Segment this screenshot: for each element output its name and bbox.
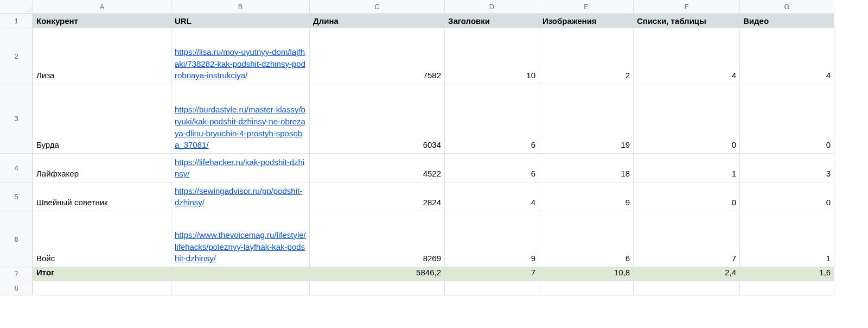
cell-G7[interactable]: 1,6 <box>740 267 834 281</box>
cell-C7[interactable]: 5846,2 <box>310 267 445 281</box>
cell-F7[interactable]: 2,4 <box>634 267 740 281</box>
spreadsheet-grid: A B C D E F G 1 Конкурент URL Длина Заго… <box>0 0 868 295</box>
cell-A7[interactable]: Итог <box>33 267 171 281</box>
cell-B2[interactable]: https://lisa.ru/moy-uyutnyy-dom/lajfhaki… <box>171 28 310 84</box>
cell-A6[interactable]: Войс <box>33 211 171 267</box>
row-header-1[interactable]: 1 <box>0 14 33 28</box>
link-r5[interactable]: https://sewingadvisor.ru/pp/podshit-dzhi… <box>175 185 306 209</box>
cell-D5[interactable]: 4 <box>445 182 539 211</box>
col-header-F[interactable]: F <box>634 0 740 14</box>
col-header-D[interactable]: D <box>445 0 539 14</box>
cell-G1[interactable]: Видео <box>740 14 834 28</box>
cell-D6[interactable]: 9 <box>445 211 539 267</box>
cell-D7[interactable]: 7 <box>445 267 539 281</box>
cell-G3[interactable]: 0 <box>740 84 834 154</box>
cell-D1[interactable]: Заголовки <box>445 14 539 28</box>
cell-F6[interactable]: 7 <box>634 211 740 267</box>
cell-A1[interactable]: Конкурент <box>33 14 171 28</box>
row-header-3[interactable]: 3 <box>0 84 33 154</box>
cell-G8[interactable] <box>740 281 834 295</box>
cell-C8[interactable] <box>310 281 445 295</box>
cell-B3[interactable]: https://burdastyle.ru/master-klassy/bryu… <box>171 84 310 154</box>
cell-G2[interactable]: 4 <box>740 28 834 84</box>
select-all-corner[interactable] <box>0 0 33 14</box>
row-header-4[interactable]: 4 <box>0 154 33 182</box>
col-header-C[interactable]: C <box>310 0 445 14</box>
row-header-2[interactable]: 2 <box>0 28 33 84</box>
cell-F3[interactable]: 0 <box>634 84 740 154</box>
cell-A8[interactable] <box>33 281 171 295</box>
cell-A4[interactable]: Лайфхакер <box>33 154 171 182</box>
cell-F5[interactable]: 0 <box>634 182 740 211</box>
cell-D8[interactable] <box>445 281 539 295</box>
row-header-7[interactable]: 7 <box>0 267 33 281</box>
cell-B6[interactable]: https://www.thevoicemag.ru/lifestyle/lif… <box>171 211 310 267</box>
col-header-G[interactable]: G <box>740 0 834 14</box>
cell-E7[interactable]: 10,8 <box>539 267 634 281</box>
row-header-5[interactable]: 5 <box>0 182 33 211</box>
col-header-A[interactable]: A <box>33 0 171 14</box>
cell-A3[interactable]: Бурда <box>33 84 171 154</box>
cell-E3[interactable]: 19 <box>539 84 634 154</box>
cell-A5[interactable]: Швейный советник <box>33 182 171 211</box>
row-header-8[interactable]: 8 <box>0 281 33 295</box>
cell-F1[interactable]: Списки, таблицы <box>634 14 740 28</box>
cell-C6[interactable]: 8269 <box>310 211 445 267</box>
cell-E8[interactable] <box>539 281 634 295</box>
cell-G6[interactable]: 1 <box>740 211 834 267</box>
cell-C3[interactable]: 6034 <box>310 84 445 154</box>
cell-E1[interactable]: Изображения <box>539 14 634 28</box>
cell-A2[interactable]: Лиза <box>33 28 171 84</box>
cell-D3[interactable]: 6 <box>445 84 539 154</box>
col-header-B[interactable]: B <box>171 0 310 14</box>
cell-C5[interactable]: 2824 <box>310 182 445 211</box>
cell-F8[interactable] <box>634 281 740 295</box>
link-r4[interactable]: https://lifehacker.ru/kak-podshit-dzhins… <box>175 156 306 180</box>
link-r2[interactable]: https://lisa.ru/moy-uyutnyy-dom/lajfhaki… <box>175 46 306 81</box>
cell-B1[interactable]: URL <box>171 14 310 28</box>
link-r3[interactable]: https://burdastyle.ru/master-klassy/bryu… <box>175 104 306 151</box>
cell-F4[interactable]: 1 <box>634 154 740 182</box>
cell-B8[interactable] <box>171 281 310 295</box>
cell-D4[interactable]: 6 <box>445 154 539 182</box>
col-header-E[interactable]: E <box>539 0 634 14</box>
cell-B5[interactable]: https://sewingadvisor.ru/pp/podshit-dzhi… <box>171 182 310 211</box>
cell-C1[interactable]: Длина <box>310 14 445 28</box>
cell-E4[interactable]: 18 <box>539 154 634 182</box>
cell-G5[interactable]: 0 <box>740 182 834 211</box>
cell-C4[interactable]: 4522 <box>310 154 445 182</box>
row-header-6[interactable]: 6 <box>0 211 33 267</box>
cell-D2[interactable]: 10 <box>445 28 539 84</box>
cell-B7[interactable] <box>171 267 310 281</box>
cell-E2[interactable]: 2 <box>539 28 634 84</box>
cell-E5[interactable]: 9 <box>539 182 634 211</box>
cell-C2[interactable]: 7582 <box>310 28 445 84</box>
cell-B4[interactable]: https://lifehacker.ru/kak-podshit-dzhins… <box>171 154 310 182</box>
cell-G4[interactable]: 3 <box>740 154 834 182</box>
link-r6[interactable]: https://www.thevoicemag.ru/lifestyle/lif… <box>175 229 306 264</box>
cell-F2[interactable]: 4 <box>634 28 740 84</box>
cell-E6[interactable]: 6 <box>539 211 634 267</box>
